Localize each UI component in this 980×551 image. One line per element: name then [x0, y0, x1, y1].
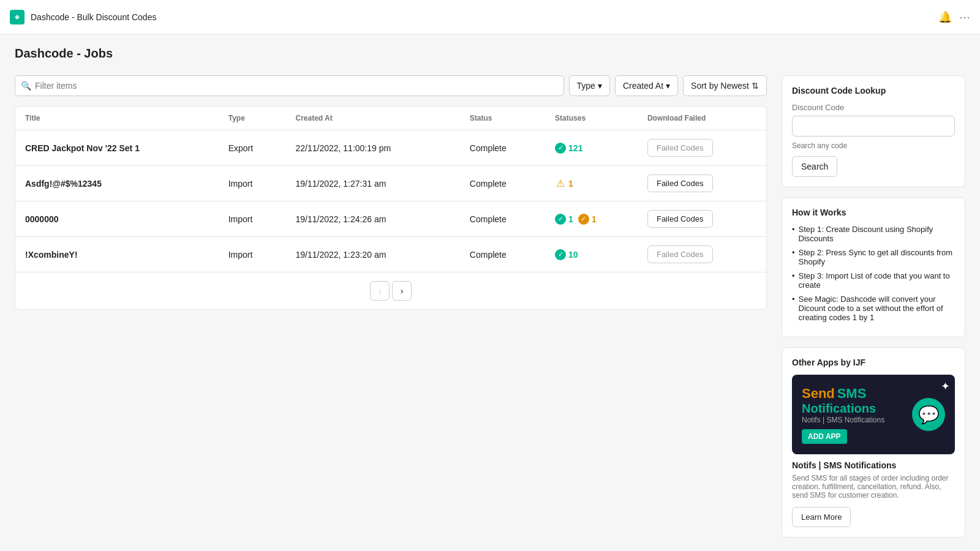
other-apps-title: Other Apps by IJF — [792, 358, 955, 367]
row-status: Complete — [460, 166, 545, 201]
failed-codes-button[interactable]: Failed Codes — [647, 210, 713, 228]
other-apps-card: Other Apps by IJF Send SMS Notifications… — [782, 347, 965, 538]
row-title: 0000000 — [15, 201, 219, 237]
sort-filter-icon: ⇅ — [752, 81, 759, 91]
row-statuses: ⚠1 — [545, 166, 638, 201]
top-bar: Dashcode - Bulk Discount Codes 🔔 ⋯ — [0, 0, 980, 34]
app-banner-sms: SMS — [837, 386, 867, 401]
col-download-failed: Download Failed — [638, 107, 766, 130]
col-created-at: Created At — [285, 107, 459, 130]
green-check-icon: ✓ — [555, 214, 566, 225]
status-count: 1 — [568, 179, 573, 189]
row-created-at: 19/11/2022, 1:27:31 am — [285, 166, 459, 201]
pagination: ‹ › — [15, 272, 766, 309]
row-failed-codes: Failed Codes — [638, 166, 766, 201]
star-icon: ✦ — [941, 380, 950, 393]
app-logo — [10, 10, 24, 24]
col-title: Title — [15, 107, 219, 130]
how-it-works-list: Step 1: Create Discount using Shopify Di… — [792, 225, 955, 322]
table-row: !XcombineY!Import19/11/2022, 1:23:20 amC… — [15, 237, 766, 272]
green-check-icon: ✓ — [555, 249, 566, 260]
row-type: Import — [219, 201, 286, 237]
table-row: 0000000Import19/11/2022, 1:24:26 amCompl… — [15, 201, 766, 237]
row-created-at: 19/11/2022, 1:24:26 am — [285, 201, 459, 237]
sort-filter-label: Sort by Newest — [691, 81, 749, 91]
sort-filter-button[interactable]: Sort by Newest ⇅ — [683, 75, 767, 96]
row-statuses: ✓1✓1 — [545, 201, 638, 237]
type-filter-label: Type — [577, 81, 595, 91]
next-page-button[interactable]: › — [392, 281, 412, 301]
app-banner-send: Send — [802, 386, 835, 401]
bell-icon[interactable]: 🔔 — [938, 10, 952, 24]
row-title: Asdfg!@#$%12345 — [15, 166, 219, 201]
more-icon[interactable]: ⋯ — [959, 10, 970, 24]
row-statuses: ✓121 — [545, 130, 638, 166]
how-it-works-step: Step 2: Press Sync to get all discounts … — [792, 248, 955, 266]
learn-more-button[interactable]: Learn More — [792, 507, 851, 527]
col-statuses: Statuses — [545, 107, 638, 130]
created-at-filter-label: Created At — [623, 81, 663, 91]
row-created-at: 19/11/2022, 1:23:20 am — [285, 237, 459, 272]
row-title: !XcombineY! — [15, 237, 219, 272]
jobs-table: Title Type Created At Status Statuses Do… — [15, 107, 766, 272]
row-type: Import — [219, 166, 286, 201]
filter-input-wrap: 🔍 — [15, 75, 564, 96]
failed-codes-button[interactable]: Failed Codes — [647, 174, 713, 192]
filter-input[interactable] — [15, 75, 564, 96]
table-row: CRED Jackpot Nov '22 Set 1Export22/11/20… — [15, 130, 766, 166]
app-banner-sub: Notifs | SMS Notifications — [802, 416, 905, 424]
search-button[interactable]: Search — [792, 156, 837, 177]
row-failed-codes: Failed Codes — [638, 130, 766, 166]
how-it-works-step: Step 1: Create Discount using Shopify Di… — [792, 225, 955, 243]
side-col: Discount Code Lookup Discount Code Searc… — [782, 75, 965, 538]
type-filter-chevron: ▾ — [598, 81, 602, 91]
search-any-code-hint: Search any code — [792, 141, 955, 150]
failed-codes-button: Failed Codes — [647, 246, 713, 263]
row-type: Export — [219, 130, 286, 166]
type-filter-button[interactable]: Type ▾ — [569, 75, 610, 96]
status-count: 1 — [592, 214, 597, 224]
row-failed-codes: Failed Codes — [638, 201, 766, 237]
search-icon: 🔍 — [21, 81, 31, 91]
top-bar-actions: 🔔 ⋯ — [938, 10, 970, 24]
app-banner-heading: Send SMS Notifications — [802, 386, 905, 416]
add-app-button[interactable]: ADD APP — [802, 429, 847, 444]
app-banner-notif: Notifications — [802, 402, 876, 415]
created-at-filter-chevron: ▾ — [666, 81, 670, 91]
orange-check-icon: ✓ — [578, 214, 589, 225]
warning-icon: ⚠ — [555, 178, 566, 189]
jobs-table-wrap: Title Type Created At Status Statuses Do… — [15, 106, 767, 310]
page-content: 🔍 Type ▾ Created At ▾ Sort by Newest ⇅ — [0, 61, 980, 551]
how-it-works-title: How it Works — [792, 208, 955, 217]
filter-row: 🔍 Type ▾ Created At ▾ Sort by Newest ⇅ — [15, 75, 767, 96]
prev-page-button[interactable]: ‹ — [370, 281, 390, 301]
row-status: Complete — [460, 201, 545, 237]
row-failed-codes: Failed Codes — [638, 237, 766, 272]
row-title: CRED Jackpot Nov '22 Set 1 — [15, 130, 219, 166]
sms-app-icon: 💬 — [912, 398, 945, 431]
row-created-at: 22/11/2022, 11:00:19 pm — [285, 130, 459, 166]
app-desc: Send SMS for all stages of order includi… — [792, 474, 955, 500]
col-type: Type — [219, 107, 286, 130]
status-count: 121 — [568, 143, 582, 153]
table-header-row: Title Type Created At Status Statuses Do… — [15, 107, 766, 130]
how-it-works-step: See Magic: Dashcode will convert your Di… — [792, 294, 955, 322]
col-status: Status — [460, 107, 545, 130]
app-title: Dashcode - Bulk Discount Codes — [31, 12, 156, 22]
page-title: Dashcode - Jobs — [0, 34, 980, 61]
row-status: Complete — [460, 130, 545, 166]
discount-code-label: Discount Code — [792, 103, 955, 112]
discount-lookup-card: Discount Code Lookup Discount Code Searc… — [782, 75, 965, 187]
row-statuses: ✓10 — [545, 237, 638, 272]
failed-codes-button: Failed Codes — [647, 139, 713, 157]
discount-code-input[interactable] — [792, 116, 955, 137]
green-check-icon: ✓ — [555, 143, 566, 154]
how-it-works-step: Step 3: Import List of code that you wan… — [792, 271, 955, 290]
how-it-works-card: How it Works Step 1: Create Discount usi… — [782, 197, 965, 337]
discount-lookup-title: Discount Code Lookup — [792, 86, 955, 96]
main-col: 🔍 Type ▾ Created At ▾ Sort by Newest ⇅ — [15, 75, 767, 538]
status-count: 1 — [568, 214, 573, 224]
app-banner: Send SMS Notifications Notifs | SMS Noti… — [792, 375, 955, 454]
row-status: Complete — [460, 237, 545, 272]
created-at-filter-button[interactable]: Created At ▾ — [615, 75, 678, 96]
